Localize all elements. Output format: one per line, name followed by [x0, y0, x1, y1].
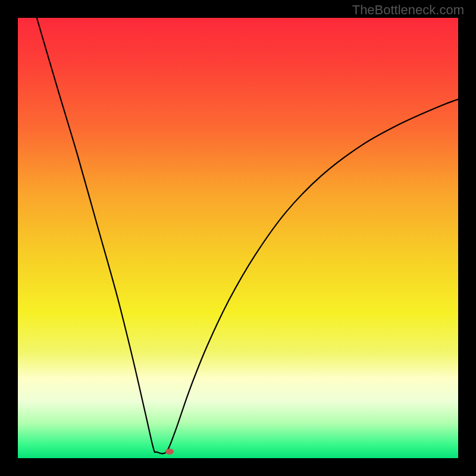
optimal-point-marker — [165, 449, 174, 455]
watermark-text: TheBottleneck.com — [352, 2, 464, 18]
curve-path — [37, 18, 458, 453]
bottleneck-curve — [18, 18, 458, 458]
plot-area — [18, 18, 458, 458]
chart-frame: TheBottleneck.com — [0, 0, 476, 476]
